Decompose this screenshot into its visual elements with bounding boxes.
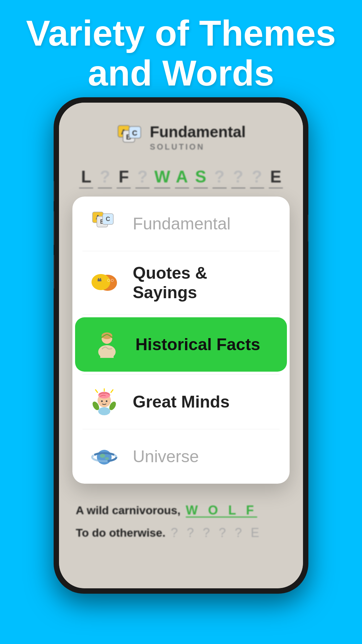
svg-text:○○: ○○ <box>107 277 114 283</box>
letter-q3: ? <box>213 167 227 189</box>
phone-screen: A B C Fundamental SOLUTION L ? F <box>59 103 303 588</box>
historical-icon <box>92 329 122 360</box>
game-subtitle: SOLUTION <box>150 142 246 152</box>
svg-line-23 <box>96 390 98 392</box>
letter-W: W <box>154 167 170 189</box>
clue-row-1: A wild carnivorous, W O L F <box>76 503 286 518</box>
svg-point-36 <box>115 452 116 453</box>
clue1-answer: W O L F <box>186 503 257 518</box>
svg-point-37 <box>93 454 94 455</box>
fundamental-label: Fundamental <box>133 214 231 233</box>
letter-q2: ? <box>135 167 149 189</box>
menu-item-great-minds[interactable]: Great Minds <box>72 375 290 429</box>
historical-label: Historical Facts <box>135 335 260 354</box>
phone-button-mute <box>54 181 54 201</box>
letter-S: S <box>194 167 208 189</box>
svg-text:C: C <box>132 129 137 137</box>
header-line1: Variety of Themes <box>20 13 342 53</box>
phone-button-power <box>308 215 308 241</box>
menu-item-historical[interactable]: Historical Facts <box>75 317 287 372</box>
svg-text:❝: ❝ <box>97 277 102 287</box>
letter-A: A <box>175 167 189 189</box>
svg-text:✦: ✦ <box>110 444 115 451</box>
svg-line-25 <box>111 390 113 392</box>
clues-area: A wild carnivorous, W O L F To do otherw… <box>76 503 286 548</box>
svg-point-27 <box>106 400 108 402</box>
menu-item-universe[interactable]: ✦ Universe <box>72 429 290 484</box>
great-minds-icon <box>89 387 119 417</box>
abc-icon: A B C <box>116 124 143 151</box>
svg-point-26 <box>101 400 103 402</box>
letter-E: E <box>269 167 283 189</box>
letter-L: L <box>79 167 93 189</box>
fundamental-icon: A B C <box>89 209 119 239</box>
quotes-icon: ❝ ○○ <box>89 268 119 298</box>
clue2-answer: ? ? ? ? ? E <box>171 526 262 540</box>
header-line2: and Words <box>20 53 342 93</box>
clue2-desc: To do otherwise. <box>76 526 166 539</box>
svg-point-40 <box>105 457 109 460</box>
universe-label: Universe <box>133 447 199 466</box>
menu-item-fundamental[interactable]: A B C Fundamental <box>72 197 290 251</box>
word-row-1: L ? F ? W A S ? ? ? E <box>79 167 283 189</box>
quotes-label: Quotes & Sayings <box>133 263 273 302</box>
game-title: Fundamental <box>150 123 246 141</box>
letter-F: F <box>117 167 131 189</box>
svg-text:C: C <box>106 216 110 222</box>
phone-frame: A B C Fundamental SOLUTION L ? F <box>54 97 308 594</box>
menu-item-quotes[interactable]: ❝ ○○ Quotes & Sayings <box>72 251 290 314</box>
letter-q5: ? <box>250 167 264 189</box>
theme-menu: A B C Fundamental <box>72 197 290 484</box>
svg-point-34 <box>94 446 96 448</box>
great-minds-label: Great Minds <box>133 392 230 412</box>
svg-point-39 <box>100 454 105 458</box>
letter-q1: ? <box>98 167 112 189</box>
clue-row-2: To do otherwise. ? ? ? ? ? E <box>76 526 286 540</box>
universe-icon: ✦ <box>89 441 119 472</box>
phone-button-vol-down <box>54 255 54 288</box>
clue1-desc: A wild carnivorous, <box>76 504 180 517</box>
header-text: Variety of Themes and Words <box>0 13 362 93</box>
letter-q4: ? <box>231 167 245 189</box>
phone-button-vol-up <box>54 211 54 245</box>
svg-point-28 <box>98 407 110 415</box>
divider-2 <box>82 314 280 315</box>
